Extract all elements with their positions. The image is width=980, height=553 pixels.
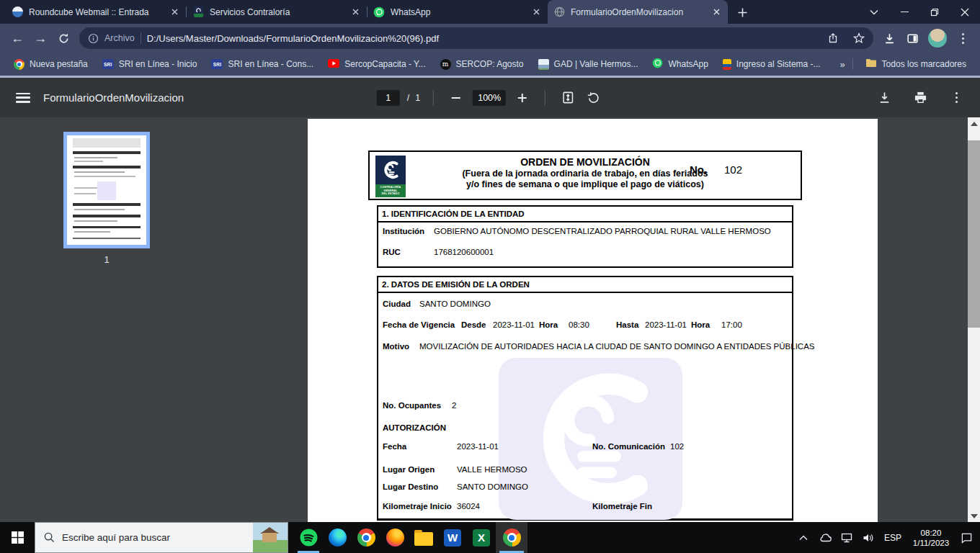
tab-formulario-active[interactable]: FormularioOrdenMovilizacion bbox=[548, 0, 728, 24]
tab-contraloria[interactable]: Servicios Contraloría bbox=[187, 0, 367, 24]
restore-button[interactable] bbox=[919, 0, 950, 24]
screen: Roundcube Webmail :: Entrada Servicios C… bbox=[0, 0, 980, 553]
hora-hasta-label: Hora bbox=[691, 320, 710, 329]
search-highlight-image[interactable] bbox=[253, 523, 288, 552]
network-icon[interactable] bbox=[837, 522, 856, 553]
bookmark-sri-consultas[interactable]: SRI SRI en Línea - Cons... bbox=[206, 55, 318, 73]
share-icon[interactable] bbox=[823, 28, 843, 48]
pdf-menu-icon[interactable] bbox=[16, 93, 30, 103]
fit-to-page-button[interactable] bbox=[558, 89, 577, 107]
cge-logo-caption: CONTRALORÍA GENERAL DEL ESTADO bbox=[375, 184, 406, 197]
taskbar-chrome-icon[interactable] bbox=[352, 522, 380, 553]
browser-menu-icon[interactable] bbox=[951, 27, 974, 50]
reload-button[interactable] bbox=[52, 27, 75, 50]
window-controls bbox=[859, 0, 980, 24]
tray-chevron-up-icon[interactable] bbox=[794, 522, 813, 553]
bookmark-sri-inicio[interactable]: SRI SRI en Línea - Inicio bbox=[97, 55, 202, 73]
tab-strip: Roundcube Webmail :: Entrada Servicios C… bbox=[0, 0, 980, 24]
zoom-level-input[interactable]: 100% bbox=[473, 90, 506, 106]
ruc-label: RUC bbox=[383, 248, 401, 256]
pdf-more-options-icon[interactable] bbox=[947, 89, 966, 107]
form-section-2: 2. DATOS DE EMISIÓN DE LA ORDEN Ciudad S… bbox=[377, 276, 793, 521]
bookmark-star-icon[interactable] bbox=[849, 28, 869, 48]
motivo-label: Motivo bbox=[383, 342, 409, 351]
desde-value: 2023-11-01 bbox=[493, 320, 535, 329]
pdf-print-button[interactable] bbox=[911, 89, 930, 107]
scroll-down-button[interactable] bbox=[968, 510, 980, 522]
tab-roundcube[interactable]: Roundcube Webmail :: Entrada bbox=[6, 0, 186, 24]
profile-avatar[interactable] bbox=[928, 29, 947, 48]
ruc-value: 1768120600001 bbox=[434, 248, 494, 256]
tab-title: Roundcube Webmail :: Entrada bbox=[29, 7, 163, 17]
origen-value: VALLE HERMOSO bbox=[457, 465, 527, 474]
minimize-button[interactable] bbox=[889, 0, 919, 24]
taskbar-chrome-active-icon[interactable] bbox=[496, 522, 527, 553]
rotate-button[interactable] bbox=[584, 89, 603, 107]
system-tray: ESP 08:20 1/11/2023 bbox=[794, 522, 980, 553]
action-center-icon[interactable] bbox=[957, 522, 976, 553]
sri-icon: SRI bbox=[211, 59, 223, 69]
ciudad-row: Ciudad SANTO DOMINGO bbox=[378, 300, 792, 310]
close-window-button[interactable] bbox=[950, 0, 980, 24]
pdf-download-button[interactable] bbox=[875, 89, 894, 107]
hasta-label: Hasta bbox=[616, 320, 638, 329]
all-bookmarks-label: Todos los marcadores bbox=[882, 59, 966, 69]
taskbar-word-icon[interactable]: W bbox=[438, 522, 467, 553]
taskbar-search-input[interactable]: Escribe aquí para buscar bbox=[35, 522, 288, 553]
vertical-scrollbar[interactable] bbox=[968, 117, 980, 522]
taskbar-firefox-icon[interactable] bbox=[380, 522, 409, 553]
tab-whatsapp[interactable]: WhatsApp bbox=[368, 0, 548, 24]
side-panel-icon[interactable] bbox=[901, 27, 924, 50]
downloads-icon[interactable] bbox=[878, 27, 901, 50]
institucion-value: GOBIERNO AUTÓNOMO DESCENTRALIZADO PARROQ… bbox=[434, 227, 771, 235]
close-tab-icon[interactable] bbox=[169, 6, 180, 18]
taskbar-clock[interactable]: 08:20 1/11/2023 bbox=[908, 528, 954, 548]
forward-button[interactable]: → bbox=[29, 27, 52, 50]
start-button[interactable] bbox=[0, 522, 35, 553]
bookmark-gad-valle-hermoso[interactable]: GAD | Valle Hermos... bbox=[533, 55, 643, 73]
bookmark-sercopcapacita[interactable]: SercopCapacita - Y... bbox=[323, 55, 430, 73]
bookmark-ingreso-sistema[interactable]: Ingreso al Sistema -... bbox=[718, 55, 826, 73]
taskbar-spotify-icon[interactable] bbox=[294, 522, 323, 553]
taskbar-file-explorer-icon[interactable] bbox=[409, 522, 438, 553]
back-button[interactable]: ← bbox=[6, 27, 29, 50]
windows-taskbar: Escribe aquí para buscar W X bbox=[0, 522, 980, 553]
page-number-input[interactable]: 1 bbox=[377, 90, 400, 106]
close-tab-icon[interactable] bbox=[530, 6, 542, 18]
url-text[interactable]: D:/Users/Master/Downloads/FormularioOrde… bbox=[147, 33, 817, 44]
tab-title: Servicios Contraloría bbox=[210, 7, 344, 17]
close-tab-icon[interactable] bbox=[710, 6, 722, 18]
section-1-title: 1. IDENTIFICACIÓN DE LA ENTIDAD bbox=[378, 207, 792, 222]
language-indicator[interactable]: ESP bbox=[881, 533, 905, 543]
origen-row: Lugar Origen VALLE HERMOSO bbox=[378, 465, 792, 476]
bookmark-label: WhatsApp bbox=[668, 59, 708, 69]
bookmark-whatsapp[interactable]: WhatsApp bbox=[647, 55, 713, 73]
origen-label: Lugar Origen bbox=[383, 465, 435, 474]
search-icon bbox=[44, 532, 55, 543]
address-bar[interactable]: Archivo D:/Users/Master/Downloads/Formul… bbox=[79, 27, 873, 49]
scrollbar-thumb[interactable] bbox=[968, 140, 980, 328]
bookmarks-bar: Nueva pestaña SRI SRI en Línea - Inicio … bbox=[0, 53, 980, 76]
new-tab-button[interactable] bbox=[732, 2, 752, 22]
all-bookmarks-folder[interactable]: Todos los marcadores bbox=[860, 55, 971, 73]
vigencia-label: Fecha de Vigencia bbox=[383, 320, 455, 329]
scroll-up-button[interactable] bbox=[968, 117, 980, 130]
fecha-comunicacion-row: Fecha 2023-11-01 No. Comunicación 102 bbox=[378, 442, 792, 453]
zoom-out-button[interactable] bbox=[447, 89, 466, 107]
close-tab-icon[interactable] bbox=[349, 6, 361, 18]
zoom-in-button[interactable] bbox=[513, 89, 532, 107]
taskbar-excel-icon[interactable]: X bbox=[467, 522, 496, 553]
onedrive-icon[interactable] bbox=[816, 522, 834, 553]
bookmarks-overflow-chevron[interactable]: » bbox=[839, 59, 845, 70]
form-subtitle-2: y/o fines de semana o que implique el pa… bbox=[430, 179, 740, 190]
taskbar-edge-icon[interactable] bbox=[323, 522, 352, 553]
page-count: / 1 bbox=[407, 93, 420, 103]
volume-icon[interactable] bbox=[859, 522, 878, 553]
bookmark-nueva-pestana[interactable]: Nueva pestaña bbox=[9, 55, 93, 73]
window-menu-chevron-icon[interactable] bbox=[859, 0, 889, 24]
page-1-thumbnail[interactable] bbox=[63, 132, 150, 248]
whatsapp-icon bbox=[652, 58, 663, 71]
bookmark-sercop-agosto[interactable]: m SERCOP: Agosto bbox=[435, 55, 529, 73]
fecha-value: 2023-11-01 bbox=[457, 442, 499, 451]
pdf-viewer-area: 1 CONTRALORÍA GENERAL DEL bbox=[0, 117, 980, 522]
